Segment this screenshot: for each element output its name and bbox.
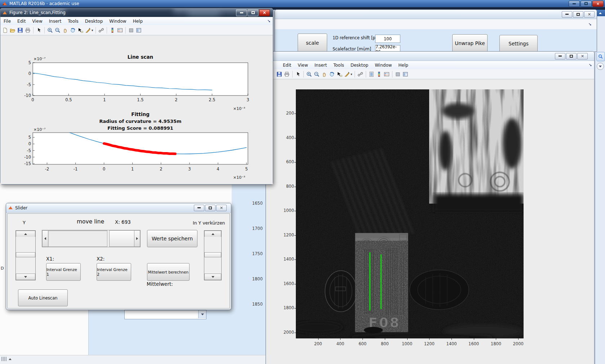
line-scan-plot[interactable]: 00.511.522.5350-5-10Line scan×10⁻⁷×10⁻³ [22, 53, 256, 114]
slider-down-icon[interactable] [16, 274, 35, 280]
slider-up-icon[interactable] [204, 231, 221, 237]
chevron-down-icon[interactable] [597, 63, 604, 70]
brush-icon[interactable] [85, 27, 91, 34]
dock-arrow-icon[interactable]: ➘ [267, 19, 271, 23]
slider-up-icon[interactable] [16, 231, 35, 237]
menu-desktop[interactable]: Desktop [82, 18, 106, 25]
slider-titlebar[interactable]: Slider × [6, 203, 231, 213]
menu-file[interactable]: File [0, 18, 14, 25]
insert-legend-icon[interactable] [383, 71, 390, 77]
maximize-button[interactable] [580, 1, 592, 7]
save-icon[interactable] [17, 27, 23, 34]
link-plot-icon[interactable] [357, 71, 364, 77]
data-cursor-icon[interactable] [336, 71, 343, 77]
background-combobox[interactable] [124, 310, 206, 319]
minimize-button[interactable] [569, 1, 580, 7]
insert-colorbar-icon[interactable] [109, 27, 116, 34]
maximize-button[interactable] [248, 9, 258, 16]
shorten-y-slider[interactable] [204, 230, 222, 280]
close-button[interactable]: × [592, 1, 604, 7]
zoom-out-icon[interactable] [313, 71, 320, 77]
wafer-interferogram-image[interactable]: F08 [296, 89, 524, 338]
interval-limit1-button[interactable]: Interval Grenze 1 [46, 263, 81, 281]
zoom-in-icon[interactable] [306, 71, 312, 77]
menu-desktop[interactable]: Desktop [347, 62, 372, 69]
slider-down-icon[interactable] [204, 274, 221, 280]
menu-window[interactable]: Window [106, 18, 129, 25]
scale-button[interactable]: scale [298, 34, 327, 52]
dock-arrow-icon[interactable]: ➘ [588, 22, 592, 27]
ref-shift-input[interactable]: 100 [375, 35, 400, 43]
menu-edit[interactable]: Edit [14, 18, 29, 25]
compute-mean-button[interactable]: Mittelwert berechnen [147, 263, 190, 281]
brush-icon[interactable] [344, 71, 350, 77]
maximize-button[interactable] [566, 53, 577, 59]
figure1-titlebar[interactable]: d × [266, 52, 594, 61]
menu-view[interactable]: View [29, 18, 45, 25]
dock-arrow-icon[interactable]: ➘ [589, 63, 592, 67]
close-button[interactable]: × [577, 53, 588, 59]
link-plot-icon[interactable] [98, 27, 104, 34]
slider-thumb[interactable] [109, 230, 134, 247]
pan-hand-icon[interactable] [62, 27, 68, 34]
pan-hand-icon[interactable] [321, 71, 328, 77]
save-icon[interactable] [276, 71, 283, 77]
shorten-y-label: In Y verkürzen [193, 220, 225, 226]
auto-linescan-button[interactable]: Auto Linescan [18, 289, 68, 306]
close-button[interactable]: × [216, 205, 227, 211]
open-folder-icon[interactable] [9, 27, 16, 34]
slider-right-icon[interactable] [134, 230, 140, 247]
save-values-button[interactable]: Werte speichern [147, 230, 197, 247]
minimize-button[interactable] [194, 205, 204, 211]
insert-colorbar-icon[interactable] [376, 71, 382, 77]
dropdown-caret-icon[interactable]: ▾ [92, 28, 93, 32]
menu-tools[interactable]: Tools [64, 18, 82, 25]
rotate-3d-icon[interactable] [70, 27, 76, 34]
combo-dropdown-icon[interactable] [198, 310, 206, 318]
rotate-3d-icon[interactable] [329, 71, 335, 77]
minimize-button[interactable] [555, 53, 565, 59]
print-icon[interactable] [25, 27, 31, 34]
menu-insert[interactable]: Insert [46, 18, 64, 25]
menu-help[interactable]: Help [130, 18, 146, 25]
menu-view[interactable]: View [294, 62, 311, 69]
menu-window[interactable]: Window [372, 62, 395, 69]
print-icon[interactable] [284, 71, 290, 77]
close-button[interactable]: × [584, 11, 595, 18]
plot-tools-off-icon[interactable] [128, 27, 134, 34]
interval-limit2-button[interactable]: Interval Grenze 2 [97, 263, 131, 281]
slider-thumb[interactable] [16, 252, 35, 257]
figure2-titlebar[interactable]: Figure 2: Line_scan,Fitting × [0, 8, 273, 17]
y-slider[interactable] [15, 230, 36, 280]
arrow-cursor-icon[interactable] [36, 27, 42, 34]
maximize-button[interactable] [573, 11, 583, 18]
zoom-in-icon[interactable] [47, 27, 53, 34]
gui-titlebar[interactable]: × [275, 10, 597, 19]
unwrap-pike-button[interactable]: Unwrap Pike [452, 34, 488, 52]
data-cursor-icon[interactable] [77, 27, 84, 34]
plot-tools-on-icon[interactable] [402, 71, 409, 77]
plot-tools-off-icon[interactable] [395, 71, 401, 77]
arrow-cursor-icon[interactable] [295, 71, 301, 77]
insert-colorb-icon[interactable] [368, 71, 375, 77]
menu-tools[interactable]: Tools [330, 62, 347, 69]
zoom-out-icon[interactable] [54, 27, 61, 34]
search-button[interactable] [596, 52, 605, 61]
menu-help[interactable]: Help [395, 62, 412, 69]
slider-thumb[interactable] [204, 252, 221, 257]
fitting-plot[interactable]: -2-101234550-5-10-15FittingRadius of cur… [22, 108, 256, 181]
insert-legend-icon[interactable] [117, 27, 123, 34]
close-button[interactable]: × [259, 9, 270, 16]
settings-button[interactable]: Settings [499, 35, 538, 52]
minimize-button[interactable] [562, 11, 572, 18]
minimize-button[interactable] [236, 9, 247, 16]
slider-left-icon[interactable] [42, 230, 48, 247]
drag-grip-icon[interactable] [1, 357, 12, 361]
menu-insert[interactable]: Insert [311, 62, 330, 69]
menu-edit[interactable]: Edit [280, 62, 294, 69]
move-line-slider[interactable] [42, 230, 141, 247]
plot-tools-on-icon[interactable] [135, 27, 142, 34]
dropdown-caret-icon[interactable]: ▾ [351, 72, 352, 76]
maximize-button[interactable] [205, 205, 215, 211]
new-doc-icon[interactable] [2, 27, 8, 34]
